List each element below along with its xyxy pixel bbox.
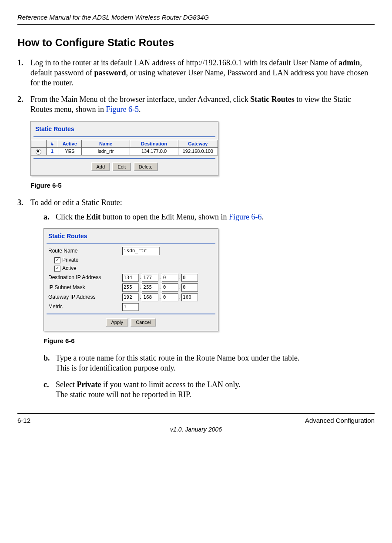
step-3: 3. To add or edit a Static Route: a. Cli… bbox=[17, 198, 375, 223]
private-row: ✓Private bbox=[44, 256, 218, 265]
panel-title: Static Routes bbox=[31, 121, 218, 135]
mask-octet-3[interactable]: 0 bbox=[162, 283, 178, 291]
metric-label: Metric bbox=[48, 304, 122, 310]
bold: Private bbox=[77, 380, 101, 389]
gw-octet-1[interactable]: 192 bbox=[122, 293, 139, 301]
page-footer: 6-12 Advanced Configuration bbox=[17, 413, 375, 425]
text: Select bbox=[56, 380, 77, 389]
page-title: How to Configure Static Routes bbox=[17, 36, 375, 49]
figure-caption: Figure 6-5 bbox=[30, 181, 375, 190]
metric-row: Metric 1 bbox=[44, 302, 218, 312]
destination-label: Destination IP Address bbox=[48, 274, 122, 281]
text: . bbox=[262, 212, 264, 221]
step-number: 2. bbox=[17, 94, 23, 105]
step-number: 3. bbox=[17, 198, 23, 208]
figure-6-6-panel: Static Routes Route Name isdn_rtr ✓Priva… bbox=[44, 228, 218, 331]
text: button to open the Edit Menu, shown in bbox=[101, 212, 229, 221]
route-name-row: Route Name isdn_rtr bbox=[44, 246, 218, 256]
dest-octet-4[interactable]: 0 bbox=[181, 274, 198, 282]
radio-icon[interactable] bbox=[36, 149, 41, 155]
metric-input[interactable]: 1 bbox=[122, 303, 139, 311]
col-gateway: Gateway bbox=[178, 140, 218, 147]
private-checkbox[interactable]: ✓ bbox=[54, 257, 60, 263]
col-active: Active bbox=[58, 140, 81, 147]
page-number: 6-12 bbox=[17, 416, 30, 425]
figure-6-5-panel: Static Routes # Active Name Destination … bbox=[30, 121, 218, 176]
dest-octet-1[interactable]: 134 bbox=[122, 274, 139, 282]
route-name-input[interactable]: isdn_rtr bbox=[122, 247, 160, 255]
row-gateway: 192.168.0.100 bbox=[178, 148, 218, 155]
divider bbox=[47, 314, 215, 314]
divider bbox=[34, 136, 215, 137]
step-letter: a. bbox=[44, 212, 50, 222]
mask-octet-2[interactable]: 255 bbox=[142, 283, 158, 291]
step-letter: b. bbox=[44, 353, 50, 363]
col-destination: Destination bbox=[130, 140, 178, 147]
step-3c: c. Select Private if you want to limit a… bbox=[44, 380, 375, 400]
text: Type a route name for this static route … bbox=[56, 354, 300, 362]
text: To add or edit a Static Route: bbox=[30, 198, 122, 207]
row-radio[interactable] bbox=[31, 148, 47, 155]
footer-version: v1.0, January 2006 bbox=[17, 425, 375, 433]
mask-octet-1[interactable]: 255 bbox=[122, 283, 139, 291]
gw-octet-4[interactable]: 100 bbox=[181, 293, 198, 301]
col-name: Name bbox=[81, 140, 130, 147]
gateway-row: Gateway IP Address 192. 168. 0. 100 bbox=[44, 293, 218, 302]
button-row: Apply Cancel bbox=[44, 316, 218, 331]
route-name-label: Route Name bbox=[48, 248, 122, 255]
step-letter: c. bbox=[44, 380, 49, 390]
text: Log in to the router at its default LAN … bbox=[30, 58, 338, 67]
dest-octet-2[interactable]: 177 bbox=[142, 274, 158, 282]
footer-section: Advanced Configuration bbox=[305, 416, 375, 425]
figure-link[interactable]: Figure 6-6 bbox=[229, 212, 262, 221]
text: if you want to limit access to the LAN o… bbox=[101, 380, 240, 389]
apply-button[interactable]: Apply bbox=[106, 318, 128, 327]
row-name: isdn_rtr bbox=[81, 148, 130, 155]
destination-row: Destination IP Address 134. 177. 0. 0 bbox=[44, 273, 218, 283]
edit-button[interactable]: Edit bbox=[112, 162, 131, 171]
active-row: ✓Active bbox=[44, 264, 218, 273]
panel-title: Static Routes bbox=[44, 229, 218, 242]
col-radio bbox=[31, 140, 47, 147]
step-2: 2. From the Main Menu of the browser int… bbox=[17, 94, 375, 115]
dest-octet-3[interactable]: 0 bbox=[162, 274, 178, 282]
bold: admin bbox=[338, 58, 360, 67]
active-label: Active bbox=[62, 265, 77, 271]
static-routes-table: # Active Name Destination Gateway 1 YES … bbox=[31, 140, 218, 155]
row-destination: 134.177.0.0 bbox=[130, 148, 178, 155]
text: This is for identification purpose only. bbox=[56, 364, 176, 372]
divider bbox=[47, 243, 215, 244]
mask-label: IP Subnet Mask bbox=[48, 284, 122, 291]
row-num: 1 bbox=[46, 148, 58, 155]
text: From the Main Menu of the browser interf… bbox=[30, 95, 250, 104]
figure-caption: Figure 6-6 bbox=[44, 337, 375, 345]
active-checkbox[interactable]: ✓ bbox=[54, 266, 60, 272]
gw-octet-2[interactable]: 168 bbox=[142, 293, 158, 301]
divider bbox=[34, 158, 215, 159]
text: The static route will not be reported in… bbox=[56, 390, 191, 399]
mask-row: IP Subnet Mask 255. 255. 0. 0 bbox=[44, 283, 218, 292]
delete-button[interactable]: Delete bbox=[134, 162, 158, 171]
cancel-button[interactable]: Cancel bbox=[131, 318, 156, 327]
col-num: # bbox=[46, 140, 58, 147]
step-3b: b. Type a route name for this static rou… bbox=[44, 353, 375, 374]
figure-link[interactable]: Figure 6-5 bbox=[106, 105, 139, 114]
row-active: YES bbox=[58, 148, 81, 155]
step-3a: a. Click the Edit button to open the Edi… bbox=[44, 212, 375, 222]
table-row[interactable]: 1 YES isdn_rtr 134.177.0.0 192.168.0.100 bbox=[31, 148, 218, 155]
gw-octet-3[interactable]: 0 bbox=[162, 293, 178, 301]
gateway-label: Gateway IP Address bbox=[48, 294, 122, 301]
bold: password bbox=[94, 68, 126, 77]
add-button[interactable]: Add bbox=[91, 162, 110, 171]
button-row: Add Edit Delete bbox=[31, 161, 218, 175]
bold: Static Routes bbox=[250, 95, 295, 104]
text: Click the bbox=[56, 212, 86, 221]
running-header: Reference Manual for the ADSL Modem Wire… bbox=[17, 13, 375, 25]
mask-octet-4[interactable]: 0 bbox=[181, 283, 198, 291]
bold: Edit bbox=[86, 212, 101, 221]
private-label: Private bbox=[62, 257, 78, 263]
step-1: 1. Log in to the router at its default L… bbox=[17, 58, 375, 88]
step-number: 1. bbox=[17, 58, 23, 68]
text: . bbox=[139, 105, 141, 114]
